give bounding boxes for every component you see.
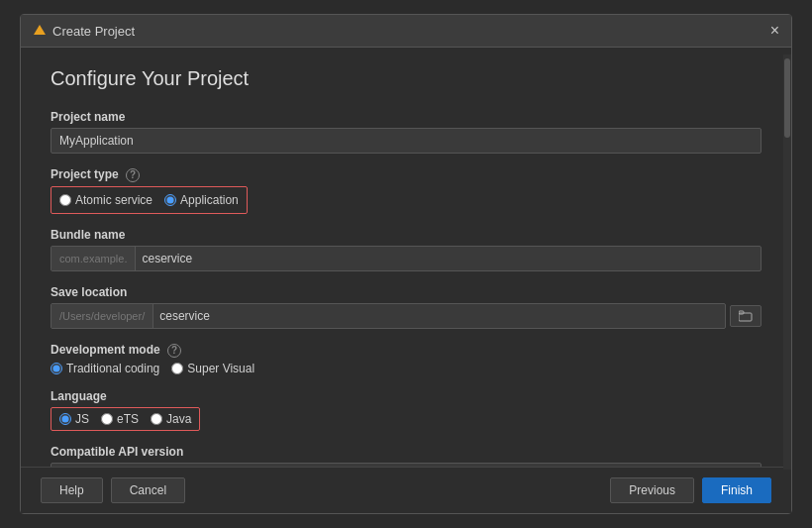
compatible-api-version-label: Compatible API version: [51, 445, 761, 459]
cancel-button[interactable]: Cancel: [111, 477, 185, 503]
footer-left-buttons: Help Cancel: [41, 477, 185, 503]
language-ets-label: eTS: [117, 412, 139, 426]
finish-button[interactable]: Finish: [702, 477, 771, 503]
svg-marker-0: [34, 25, 46, 35]
save-location-input-wrapper: /Users/developer/ ceservice: [51, 303, 726, 329]
language-java-radio[interactable]: [151, 413, 162, 425]
dev-mode-supervisual-label: Super Visual: [187, 362, 254, 375]
language-label: Language: [51, 389, 761, 403]
app-icon: [33, 24, 47, 38]
browse-button[interactable]: [730, 305, 761, 327]
save-location-prefix: /Users/developer/: [51, 304, 153, 328]
bundle-name-suffix: ceservice: [136, 252, 761, 265]
project-name-input[interactable]: [51, 128, 761, 154]
language-js-label: JS: [75, 412, 89, 426]
scrollbar-track[interactable]: [783, 54, 791, 470]
compatible-api-version-group: Compatible API version SDK: API Version …: [51, 445, 761, 467]
project-type-radio-group: Atomic service Application: [59, 193, 239, 207]
project-type-atomic-label: Atomic service: [75, 193, 152, 207]
development-mode-label: Development mode ?: [51, 343, 761, 358]
language-js-option[interactable]: JS: [59, 412, 89, 426]
previous-button[interactable]: Previous: [610, 477, 694, 503]
project-name-group: Project name: [51, 110, 761, 154]
dev-mode-supervisual-radio[interactable]: [171, 363, 183, 374]
close-button[interactable]: ×: [770, 23, 779, 39]
save-location-group: Save location /Users/developer/ ceservic…: [51, 285, 761, 329]
project-type-box: Atomic service Application: [51, 186, 248, 214]
save-location-row: /Users/developer/ ceservice: [51, 303, 761, 329]
bundle-name-prefix: com.example.: [51, 247, 136, 270]
project-type-atomic-radio[interactable]: [59, 194, 71, 206]
language-ets-radio[interactable]: [101, 413, 113, 425]
dialog-footer: Help Cancel Previous Finish: [21, 467, 791, 513]
development-mode-radio-group: Traditional coding Super Visual: [51, 362, 761, 375]
dialog-content: Configure Your Project Project name Proj…: [21, 48, 791, 467]
dev-mode-traditional-label: Traditional coding: [66, 362, 159, 375]
language-box: JS eTS Java: [51, 407, 200, 431]
language-ets-option[interactable]: eTS: [101, 412, 139, 426]
language-group: Language JS eTS Java: [51, 389, 761, 431]
dev-mode-supervisual-option[interactable]: Super Visual: [171, 362, 254, 375]
compatible-api-version-select[interactable]: SDK: API Version 4 SDK: API Version 5 SD…: [51, 463, 761, 467]
save-location-label: Save location: [51, 285, 761, 299]
dialog-title: Create Project: [52, 24, 135, 39]
project-type-application-option[interactable]: Application: [164, 193, 239, 207]
language-java-label: Java: [166, 412, 191, 426]
bundle-name-input-wrapper: com.example. ceservice: [51, 246, 761, 271]
create-project-dialog: Create Project × Configure Your Project …: [20, 14, 792, 514]
project-name-label: Project name: [51, 110, 761, 124]
language-js-radio[interactable]: [59, 413, 71, 425]
project-type-application-label: Application: [180, 193, 239, 207]
title-bar-left: Create Project: [33, 24, 135, 39]
project-type-label: Project type ?: [51, 167, 761, 182]
development-mode-help-icon[interactable]: ?: [167, 344, 181, 358]
help-button[interactable]: Help: [41, 477, 103, 503]
save-location-suffix: ceservice: [153, 309, 216, 323]
page-title: Configure Your Project: [51, 67, 761, 90]
project-type-help-icon[interactable]: ?: [126, 168, 140, 182]
project-type-atomic-option[interactable]: Atomic service: [59, 193, 152, 207]
language-radio-group: JS eTS Java: [59, 412, 191, 426]
title-bar: Create Project ×: [21, 15, 791, 48]
project-type-group: Project type ? Atomic service Applicatio…: [51, 167, 761, 214]
compatible-api-version-select-wrapper: SDK: API Version 4 SDK: API Version 5 SD…: [51, 463, 761, 467]
dev-mode-traditional-option[interactable]: Traditional coding: [51, 362, 159, 375]
language-java-option[interactable]: Java: [151, 412, 191, 426]
dev-mode-traditional-radio[interactable]: [51, 363, 62, 374]
project-type-application-radio[interactable]: [164, 194, 176, 206]
scrollbar-thumb[interactable]: [784, 58, 790, 138]
bundle-name-label: Bundle name: [51, 228, 761, 242]
bundle-name-group: Bundle name com.example. ceservice: [51, 228, 761, 271]
footer-right-buttons: Previous Finish: [610, 477, 771, 503]
development-mode-group: Development mode ? Traditional coding Su…: [51, 343, 761, 375]
